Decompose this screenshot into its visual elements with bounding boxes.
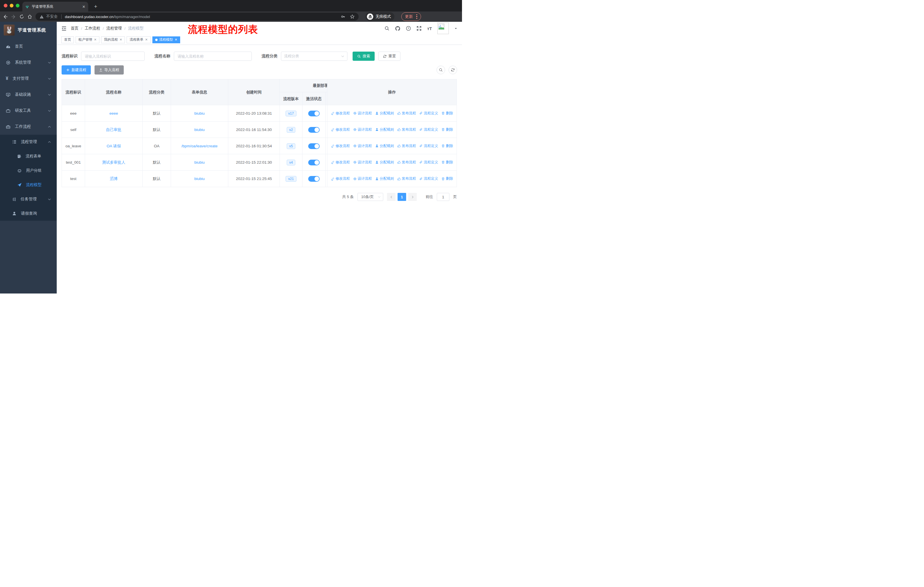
sidebar-item-system[interactable]: 系统管理 [0, 55, 57, 71]
import-process-button[interactable]: 导入流程 [94, 65, 124, 74]
delete-link[interactable]: 删除 [441, 111, 453, 116]
sidebar-item-workflow[interactable]: 工作流程 [0, 119, 57, 135]
caret-down-icon[interactable] [454, 27, 457, 30]
publish-process-link[interactable]: 发布流程 [397, 111, 416, 116]
edit-process-link[interactable]: 修改流程 [331, 111, 350, 116]
font-size-icon[interactable]: ᴛT [427, 26, 432, 31]
tag-tenant[interactable]: 租户管理✕ [76, 36, 99, 43]
process-name-link[interactable]: eeee [109, 111, 118, 116]
next-page-button[interactable] [408, 193, 417, 201]
create-process-button[interactable]: 新建流程 [61, 65, 91, 74]
update-label[interactable]: 更新 [405, 14, 413, 19]
collapse-sidebar-icon[interactable] [61, 26, 67, 31]
form-info-link[interactable]: biubiu [194, 160, 205, 165]
process-name-link[interactable]: 自己审批 [106, 127, 121, 132]
refresh-table-button[interactable] [449, 66, 457, 74]
publish-process-link[interactable]: 发布流程 [397, 127, 416, 132]
assign-rule-link[interactable]: 分配规则 [375, 127, 394, 132]
edit-process-link[interactable]: 修改流程 [331, 127, 350, 132]
sidebar-item-devtools[interactable]: 研发工具 [0, 103, 57, 119]
active-toggle[interactable] [308, 176, 320, 182]
assign-rule-link[interactable]: 分配规则 [375, 176, 394, 181]
filter-name-input[interactable] [174, 51, 252, 61]
fullscreen-icon[interactable] [416, 26, 422, 31]
active-toggle[interactable] [308, 127, 320, 133]
maximize-window-button[interactable] [16, 4, 20, 7]
password-key-icon[interactable] [341, 14, 345, 19]
browser-update-button[interactable]: 更新 [401, 12, 421, 21]
publish-process-link[interactable]: 发布流程 [397, 160, 416, 165]
form-info-link[interactable]: biubiu [194, 111, 205, 116]
design-process-link[interactable]: 设计流程 [353, 127, 372, 132]
tag-close-icon[interactable]: ✕ [175, 38, 177, 41]
prev-page-button[interactable] [387, 193, 396, 201]
form-info-link[interactable]: biubiu [194, 177, 205, 181]
design-process-link[interactable]: 设计流程 [353, 160, 372, 165]
search-icon[interactable] [384, 26, 389, 31]
form-info-link[interactable]: /bpm/oa/leave/create [181, 144, 218, 148]
sidebar-item-infrastructure[interactable]: 基础设施 [0, 86, 57, 103]
window-controls[interactable] [4, 4, 20, 7]
design-process-link[interactable]: 设计流程 [353, 144, 372, 149]
form-info-link[interactable]: biubiu [194, 127, 205, 132]
process-definition-link[interactable]: 流程定义 [419, 160, 438, 165]
assign-rule-link[interactable]: 分配规则 [375, 144, 394, 149]
tag-close-icon[interactable]: ✕ [94, 38, 97, 41]
new-tab-button[interactable]: + [92, 3, 99, 10]
bookmark-star-icon[interactable] [350, 14, 355, 19]
page-number-button[interactable]: 1 [398, 193, 406, 201]
filter-key-input[interactable] [81, 51, 145, 61]
filter-category-select[interactable]: 流程分类 [281, 51, 347, 61]
edit-process-link[interactable]: 修改流程 [331, 144, 350, 149]
delete-link[interactable]: 删除 [441, 127, 453, 132]
edit-process-link[interactable]: 修改流程 [331, 160, 350, 165]
tag-close-icon[interactable]: ✕ [119, 38, 122, 41]
process-name-link[interactable]: OA 请假 [107, 144, 121, 149]
delete-link[interactable]: 删除 [441, 176, 453, 181]
page-size-select[interactable]: 10条/页 [358, 193, 383, 201]
design-process-link[interactable]: 设计流程 [353, 176, 372, 181]
delete-link[interactable]: 删除 [441, 144, 453, 149]
tag-process-model-active[interactable]: 流程模型✕ [152, 36, 180, 43]
minimize-window-button[interactable] [10, 4, 13, 7]
publish-process-link[interactable]: 发布流程 [397, 144, 416, 149]
reset-button[interactable]: 重置 [378, 51, 401, 61]
forward-icon[interactable] [11, 14, 16, 19]
active-toggle[interactable] [308, 143, 320, 149]
sidebar-item-home[interactable]: 首页 [0, 38, 57, 55]
process-definition-link[interactable]: 流程定义 [419, 176, 438, 181]
github-icon[interactable] [395, 26, 401, 31]
browser-menu-icon[interactable] [416, 14, 417, 19]
tab-close-icon[interactable]: ✕ [82, 5, 85, 9]
design-process-link[interactable]: 设计流程 [353, 111, 372, 116]
publish-process-link[interactable]: 发布流程 [397, 176, 416, 181]
breadcrumb-process-mgmt[interactable]: 流程管理 [107, 26, 122, 31]
breadcrumb-home[interactable]: 首页 [71, 26, 79, 31]
sidebar-item-user-group[interactable]: 用户分组 [0, 164, 57, 178]
search-button[interactable]: 搜索 [353, 51, 375, 61]
process-definition-link[interactable]: 流程定义 [419, 111, 438, 116]
user-avatar[interactable] [437, 23, 449, 34]
sidebar-item-payment[interactable]: ¥ 支付管理 [0, 71, 57, 86]
security-label[interactable]: 不安全 [46, 14, 58, 19]
active-toggle[interactable] [308, 160, 320, 165]
back-icon[interactable] [3, 14, 8, 19]
process-definition-link[interactable]: 流程定义 [419, 144, 438, 149]
process-definition-link[interactable]: 流程定义 [419, 127, 438, 132]
process-name-link[interactable]: 滔博 [110, 176, 118, 182]
sidebar-item-process-mgmt[interactable]: 流程管理 [0, 135, 57, 149]
sidebar-item-leave-query[interactable]: 请假查询 [0, 207, 57, 221]
tag-close-icon[interactable]: ✕ [145, 38, 147, 41]
active-toggle[interactable] [308, 111, 320, 116]
close-window-button[interactable] [4, 4, 7, 7]
tag-process-form[interactable]: 流程表单✕ [127, 36, 150, 43]
url-bar[interactable]: 不安全 dashboard.yudao.iocoder.cn/bpm/manag… [36, 13, 359, 21]
process-name-link[interactable]: 测试多审批人 [102, 160, 125, 165]
help-icon[interactable]: ? [406, 26, 411, 31]
sidebar-item-task-mgmt[interactable]: 任务管理 [0, 192, 57, 207]
sidebar-item-process-model[interactable]: 流程模型 [0, 178, 57, 192]
url-text[interactable]: dashboard.yudao.iocoder.cn/bpm/manager/m… [65, 15, 150, 19]
security-warning-icon[interactable] [40, 15, 44, 19]
tag-my-process[interactable]: 我的流程✕ [101, 36, 125, 43]
goto-page-input[interactable] [437, 193, 449, 201]
